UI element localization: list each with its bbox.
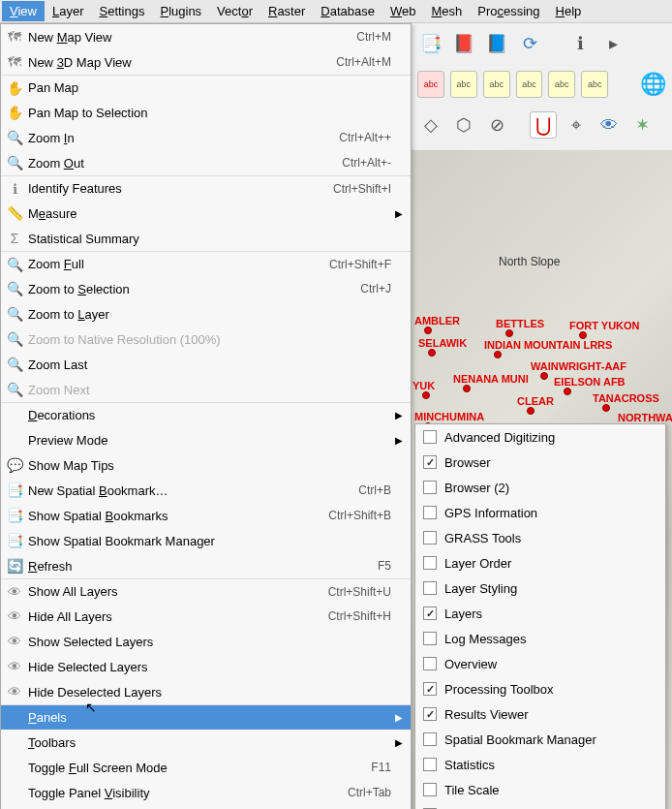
menu-item-hide-selected-layers[interactable]: 👁Hide Selected Layers <box>1 654 411 679</box>
menubar-item-help[interactable]: Help <box>548 1 590 21</box>
menu-item-zoom-to-selection[interactable]: 🔍Zoom to SelectionCtrl+J <box>1 276 411 301</box>
menubar-item-mesh[interactable]: Mesh <box>423 1 470 21</box>
panel-toggle-layer-styling[interactable]: Layer Styling <box>415 576 665 601</box>
menu-item-pan-map-to-selection[interactable]: ✋Pan Map to Selection <box>1 100 411 125</box>
menubar-item-web[interactable]: Web <box>382 1 424 21</box>
menu-item-new-map-view[interactable]: 🗺New Map ViewCtrl+M <box>1 24 411 49</box>
select-tool-icon[interactable]: ⌖ <box>563 111 590 139</box>
menu-item-icon: 🗺 <box>5 27 24 47</box>
menu-item-label: Show Map Tips <box>28 458 391 473</box>
menu-item-show-selected-layers[interactable]: 👁Show Selected Layers <box>1 629 411 654</box>
panel-toggle-spatial-bookmark-manager[interactable]: Spatial Bookmark Manager <box>415 727 665 752</box>
bookmark-icon[interactable]: 📕 <box>450 30 477 57</box>
menu-item-show-spatial-bookmark-manager[interactable]: 📑Show Spatial Bookmark Manager <box>1 528 411 553</box>
menu-item-label: Hide Selected Layers <box>28 660 391 674</box>
menu-item-zoom-last[interactable]: 🔍Zoom Last <box>1 352 411 377</box>
menu-item-icon <box>5 430 24 450</box>
panel-toggle-overview[interactable]: Overview <box>415 651 665 676</box>
menu-item-panels[interactable]: Panels▶ <box>1 704 411 730</box>
identify-icon[interactable]: ℹ <box>566 30 594 57</box>
menu-item-icon: 👁 <box>5 657 24 676</box>
menu-item-new-spatial-bookmark-[interactable]: 📑New Spatial Bookmark…Ctrl+B <box>1 478 411 503</box>
bookmark-list-icon[interactable]: 📘 <box>483 30 510 57</box>
panel-toggle-grass-tools[interactable]: GRASS Tools <box>415 525 665 550</box>
bookmark-add-icon[interactable]: 📑 <box>417 30 444 57</box>
menu-item-toolbars[interactable]: Toolbars▶ <box>1 730 411 755</box>
menu-item-zoom-full[interactable]: 🔍Zoom FullCtrl+Shift+F <box>1 251 411 276</box>
panel-toggle-log-messages[interactable]: Log Messages <box>415 626 665 651</box>
map-place-label: TANACROSS <box>593 392 659 404</box>
menu-item-measure[interactable]: 📏Measure▶ <box>1 201 411 226</box>
checkbox-icon <box>423 481 437 494</box>
abc-label-red-icon[interactable]: abc <box>417 71 444 98</box>
abc-label-2-icon[interactable]: abc <box>483 71 510 98</box>
menu-item-show-spatial-bookmarks[interactable]: 📑Show Spatial BookmarksCtrl+Shift+B <box>1 503 411 528</box>
panel-toggle-label: GPS Information <box>444 506 537 520</box>
menu-item-pan-map[interactable]: ✋Pan Map <box>1 75 411 100</box>
panel-toggle-undo-redo[interactable]: Undo/Redo <box>415 802 665 809</box>
run-icon[interactable]: ▸ <box>599 30 626 57</box>
edit-geom-1-icon[interactable]: ◇ <box>417 111 444 139</box>
abc-label-1-icon[interactable]: abc <box>450 71 477 98</box>
menubar-item-database[interactable]: Database <box>313 1 382 21</box>
abc-label-4-icon[interactable]: abc <box>548 71 575 98</box>
menu-item-statistical-summary[interactable]: ΣStatistical Summary <box>1 226 411 251</box>
menu-item-label: Pan Map <box>28 80 391 95</box>
panel-toggle-label: Browser (2) <box>444 481 509 495</box>
tree-icon[interactable]: ✶ <box>628 111 656 139</box>
snapping-magnet-icon[interactable]: ⋃ <box>530 111 557 139</box>
abc-label-3-icon[interactable]: abc <box>516 71 543 98</box>
menu-item-icon: 🔍 <box>5 380 24 399</box>
refresh-icon[interactable]: ⟳ <box>516 30 543 57</box>
panel-toggle-browser-2-[interactable]: Browser (2) <box>415 475 665 500</box>
menubar-item-settings[interactable]: Settings <box>91 1 152 21</box>
panel-toggle-label: Spatial Bookmark Manager <box>444 732 596 747</box>
panel-toggle-layer-order[interactable]: Layer Order <box>415 550 665 576</box>
menubar-item-layer[interactable]: Layer <box>45 1 92 21</box>
menubar-item-processing[interactable]: Processing <box>470 1 547 21</box>
panel-toggle-processing-toolbox[interactable]: Processing Toolbox <box>415 676 665 701</box>
map-marker <box>540 372 548 380</box>
checkbox-icon <box>423 707 437 721</box>
panel-toggle-layers[interactable]: Layers <box>415 601 665 626</box>
menubar-item-plugins[interactable]: Plugins <box>152 1 209 21</box>
menu-item-label: Show All Layers <box>28 584 328 599</box>
abc-label-5-icon[interactable]: abc <box>581 71 608 98</box>
panel-toggle-statistics[interactable]: Statistics <box>415 752 665 777</box>
edit-geom-2-icon[interactable]: ⬡ <box>450 111 477 139</box>
menu-item-toggle-full-screen-mode[interactable]: Toggle Full Screen ModeF11 <box>1 755 411 780</box>
menu-item-hide-all-layers[interactable]: 👁Hide All LayersCtrl+Shift+H <box>1 604 411 629</box>
menu-item-show-all-layers[interactable]: 👁Show All LayersCtrl+Shift+U <box>1 578 411 604</box>
menu-item-toggle-map-only[interactable]: Toggle Map OnlyCtrl+Shift+Tab <box>1 805 411 809</box>
panel-toggle-gps-information[interactable]: GPS Information <box>415 500 665 525</box>
panel-toggle-results-viewer[interactable]: Results Viewer <box>415 701 665 727</box>
menu-item-shortcut: Ctrl+Shift+H <box>328 609 391 623</box>
menu-item-icon: 👁 <box>5 582 24 602</box>
menu-item-zoom-out[interactable]: 🔍Zoom OutCtrl+Alt+- <box>1 150 411 175</box>
menubar-item-view[interactable]: View <box>2 1 45 21</box>
menu-item-new-3d-map-view[interactable]: 🗺New 3D Map ViewCtrl+Alt+M <box>1 49 411 75</box>
menu-item-identify-features[interactable]: ℹIdentify FeaturesCtrl+Shift+I <box>1 175 411 201</box>
menu-item-zoom-to-layer[interactable]: 🔍Zoom to Layer <box>1 301 411 327</box>
menu-item-decorations[interactable]: Decorations▶ <box>1 402 411 427</box>
menubar-item-vector[interactable]: Vector <box>209 1 260 21</box>
panel-toggle-browser[interactable]: Browser <box>415 450 665 475</box>
menu-item-show-map-tips[interactable]: 💬Show Map Tips <box>1 452 411 478</box>
checkbox-icon <box>423 581 437 595</box>
panel-toggle-tile-scale[interactable]: Tile Scale <box>415 777 665 802</box>
menu-item-toggle-panel-visibility[interactable]: Toggle Panel VisibilityCtrl+Tab <box>1 780 411 805</box>
menu-item-shortcut: F5 <box>378 559 391 573</box>
menu-item-zoom-in[interactable]: 🔍Zoom InCtrl+Alt++ <box>1 125 411 150</box>
panel-toggle-advanced-digitizing[interactable]: Advanced Digitizing <box>415 424 665 450</box>
menu-item-shortcut: Ctrl+B <box>358 483 391 497</box>
menu-item-hide-deselected-layers[interactable]: 👁Hide Deselected Layers <box>1 679 411 704</box>
menu-item-icon: 👁 <box>5 632 24 651</box>
menu-item-preview-mode[interactable]: Preview Mode▶ <box>1 427 411 452</box>
edit-geom-3-icon[interactable]: ⊘ <box>483 111 510 139</box>
visibility-eye-icon[interactable]: 👁 <box>596 111 623 139</box>
menu-item-refresh[interactable]: 🔄RefreshF5 <box>1 553 411 578</box>
checkbox-icon <box>423 556 437 570</box>
menu-item-icon: 📑 <box>5 506 24 525</box>
globe-icon[interactable]: 🌐 <box>639 71 666 98</box>
menubar-item-raster[interactable]: Raster <box>260 1 313 21</box>
